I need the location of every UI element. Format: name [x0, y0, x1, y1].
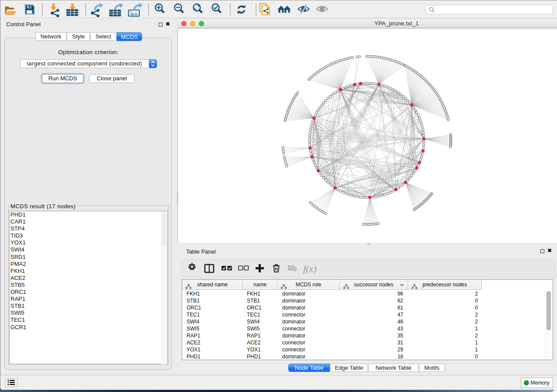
svg-text:f(x): f(x): [303, 263, 317, 274]
